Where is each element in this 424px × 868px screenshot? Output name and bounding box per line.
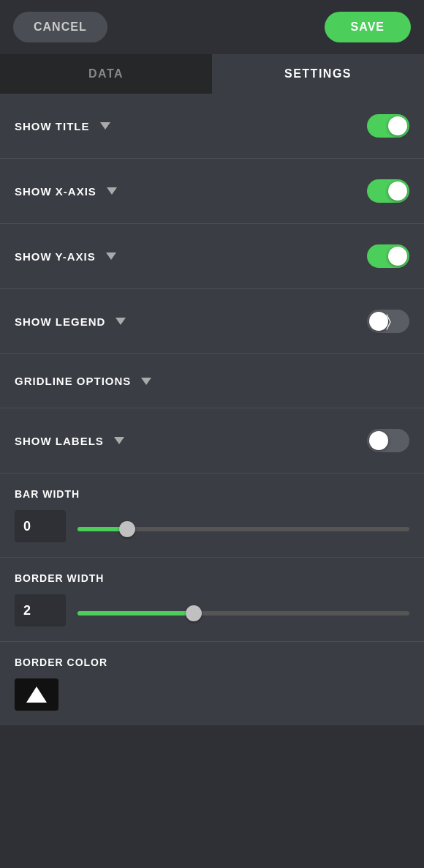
border-color-label: BORDER COLOR	[15, 656, 409, 668]
gridline-options-label-area: GRIDLINE OPTIONS	[15, 375, 151, 387]
show-legend-toggle-thumb	[369, 312, 388, 331]
show-legend-row: SHOW LEGEND 〉	[0, 289, 424, 354]
show-labels-toggle-thumb	[369, 431, 388, 450]
bar-width-slider-row	[15, 510, 409, 542]
show-title-label-area: SHOW TITLE	[15, 120, 110, 132]
show-title-row: SHOW TITLE	[0, 94, 424, 159]
show-y-axis-toggle-thumb	[388, 247, 407, 266]
bar-width-thumb[interactable]	[119, 521, 135, 537]
color-swatch-triangle-icon	[26, 686, 47, 703]
show-title-toggle-track	[367, 114, 409, 138]
gridline-options-label: GRIDLINE OPTIONS	[15, 375, 131, 387]
show-legend-toggle-track	[367, 310, 409, 333]
border-color-swatch[interactable]	[15, 678, 58, 711]
show-labels-toggle[interactable]	[367, 429, 409, 452]
show-x-axis-chevron-icon	[107, 187, 117, 195]
border-width-track-fill	[77, 611, 194, 616]
settings-panel: SHOW TITLE SHOW X-AXIS SHOW Y-AXIS	[0, 94, 424, 725]
show-y-axis-label: SHOW Y-AXIS	[15, 250, 96, 263]
show-legend-chevron-icon	[116, 318, 126, 325]
show-legend-label: SHOW LEGEND	[15, 315, 105, 328]
bar-width-label: BAR WIDTH	[15, 488, 409, 500]
bar-width-track-container[interactable]	[77, 527, 409, 531]
show-y-axis-toggle-track	[367, 244, 409, 268]
show-labels-chevron-icon	[114, 437, 124, 444]
show-x-axis-toggle[interactable]	[367, 179, 409, 203]
save-button[interactable]: SAVE	[325, 12, 411, 42]
show-y-axis-chevron-icon	[106, 252, 116, 260]
border-width-label: BORDER WIDTH	[15, 572, 409, 584]
border-width-input[interactable]	[15, 594, 66, 626]
gridline-options-row: GRIDLINE OPTIONS	[0, 354, 424, 408]
show-y-axis-row: SHOW Y-AXIS	[0, 224, 424, 289]
top-bar: CANCEL SAVE	[0, 0, 424, 54]
border-width-thumb[interactable]	[186, 605, 202, 621]
show-labels-label: SHOW LABELS	[15, 435, 104, 447]
show-x-axis-toggle-track	[367, 179, 409, 203]
tabs: DATA SETTINGS	[0, 54, 424, 94]
show-x-axis-label: SHOW X-AXIS	[15, 185, 96, 198]
show-x-axis-label-area: SHOW X-AXIS	[15, 185, 117, 198]
border-width-track-container[interactable]	[77, 611, 409, 616]
show-x-axis-row: SHOW X-AXIS	[0, 159, 424, 224]
gridline-options-chevron-icon	[141, 378, 151, 385]
tab-data[interactable]: DATA	[0, 54, 212, 94]
border-color-section: BORDER COLOR	[0, 642, 424, 725]
show-title-toggle[interactable]	[367, 114, 409, 138]
show-labels-row: SHOW LABELS	[0, 408, 424, 474]
show-labels-toggle-track	[367, 429, 409, 452]
show-title-toggle-thumb	[388, 116, 407, 135]
cancel-button[interactable]: CANCEL	[13, 12, 107, 42]
bar-width-section: BAR WIDTH	[0, 474, 424, 558]
show-y-axis-toggle[interactable]	[367, 244, 409, 268]
tab-settings[interactable]: SETTINGS	[212, 54, 424, 94]
show-title-label: SHOW TITLE	[15, 120, 90, 132]
show-labels-label-area: SHOW LABELS	[15, 435, 124, 447]
show-y-axis-label-area: SHOW Y-AXIS	[15, 250, 116, 263]
border-width-section: BORDER WIDTH	[0, 558, 424, 642]
border-width-slider-row	[15, 594, 409, 626]
show-title-chevron-icon	[100, 122, 110, 130]
bar-width-input[interactable]	[15, 510, 66, 542]
show-legend-toggle[interactable]: 〉	[367, 310, 409, 333]
show-x-axis-toggle-thumb	[388, 182, 407, 201]
show-legend-label-area: SHOW LEGEND	[15, 315, 126, 328]
